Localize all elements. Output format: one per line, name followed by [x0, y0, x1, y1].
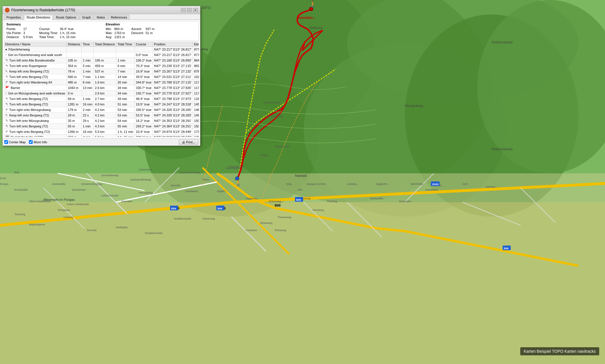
- row-elevation: 1733 m: [193, 129, 199, 135]
- table-row[interactable]: ↑Get on Münzgrubweg and walk northeas 0 …: [4, 91, 199, 96]
- table-row[interactable]: ↖Keep left onto Bergweg (T2) 78 m 1 min …: [4, 69, 199, 74]
- svg-text:Schwimmbergweg: Schwimmbergweg: [81, 183, 102, 185]
- table-row[interactable]: ↱Turn right onto Wanderweg 64 485 m 6 mi…: [4, 80, 199, 85]
- svg-text:Radstadt: Radstadt: [295, 174, 307, 177]
- row-elevation: 1489 m: [193, 107, 199, 113]
- svg-text:Lohbachstraße: Lohbachstraße: [101, 194, 119, 197]
- row-total-time: 1 h, 11 min: [116, 129, 134, 135]
- svg-text:Obere Marktstraße: Obere Marktstraße: [29, 200, 51, 203]
- course-label: Course:: [34, 27, 60, 31]
- row-position: N47° 24.335' E13° 28.283': [153, 113, 193, 118]
- row-elevation: 1185 m: [193, 96, 199, 102]
- table-row[interactable]: ↱Turn right onto Bergweg (T2) 1266 m 16 …: [4, 129, 199, 135]
- table-row[interactable]: ↰Turn left onto Bergweg (T2) 1281 m 16 m…: [4, 102, 199, 107]
- row-distance: 55 m: [67, 124, 82, 129]
- row-name: ↰Turn left onto Bergweg (T2): [4, 124, 67, 129]
- center-map-input[interactable]: [4, 140, 8, 144]
- row-total-distance: 1.6 km: [94, 80, 116, 85]
- svg-text:Roßbrandstraße: Roßbrandstraße: [492, 41, 513, 44]
- svg-text:Bahnhofstr.: Bahnhofstr.: [411, 183, 424, 185]
- row-position: N47° 23.166' E13° 26.850': [153, 58, 193, 63]
- row-elevation: 878 m: [193, 69, 199, 74]
- table-row[interactable]: ↰Turn left onto Bergweg (T2) 560 m 7 min…: [4, 74, 199, 80]
- total-val: 1 h, 15 min: [60, 35, 77, 39]
- row-total-time: [116, 47, 134, 52]
- directions-scroll[interactable]: Directions / Name Distance Time Total Di…: [4, 42, 199, 137]
- row-distance: 0 m: [67, 91, 82, 96]
- table-row[interactable]: ↱Turn right onto Münzgrubweg 179 m 2 min…: [4, 107, 199, 113]
- row-distance: 333 m: [67, 135, 82, 137]
- row-time: 1 min: [82, 124, 94, 129]
- svg-text:Moossallee: Moossallee: [370, 197, 383, 200]
- row-name: 🚩Barrier: [4, 85, 67, 91]
- row-total-distance: 2.7 km: [94, 96, 116, 102]
- table-row[interactable]: ↰Turn left onto Bergweg (T2) 69 m 1 min …: [4, 96, 199, 102]
- row-elevation: 864 m: [193, 58, 199, 63]
- row-elevation: 877 m: [193, 47, 199, 52]
- row-total-time: 1 min: [116, 58, 134, 63]
- table-row[interactable]: ↰Turn left onto Bergweg (T2) 55 m 1 min …: [4, 124, 199, 129]
- svg-text:Herzogsteig: Herzogsteig: [139, 191, 153, 194]
- svg-text:Moossack...: Moossack...: [399, 200, 413, 203]
- svg-text:Marktplatz: Marktplatz: [116, 226, 128, 229]
- svg-text:Birkenweg: Birkenweg: [269, 200, 281, 203]
- svg-text:Münzgrubweg: Münzgrubweg: [405, 104, 423, 107]
- directions-table: Directions / Name Distance Time Total Di…: [4, 42, 199, 137]
- tab-references[interactable]: References: [108, 15, 130, 20]
- svg-text:Hausberg...: Hausberg...: [312, 209, 326, 211]
- moving-label: Moving Time:: [34, 31, 60, 35]
- print-button[interactable]: 🖨 Print...: [179, 140, 198, 145]
- row-elevation: 1175 m: [193, 91, 199, 96]
- row-time: [82, 91, 94, 96]
- maximize-button[interactable]: □: [187, 8, 192, 12]
- row-total-distance: 5.9 km: [94, 135, 116, 137]
- table-row[interactable]: ↖Keep left onto Bergweg (T2) 28 m 22 s 4…: [4, 113, 199, 118]
- minimize-button[interactable]: —: [181, 8, 186, 12]
- ascent-val: 937 m: [145, 27, 156, 31]
- table-row[interactable]: 🚩Barrier 1043 m 13 min 2.6 km 34 min 330…: [4, 85, 199, 91]
- table-row[interactable]: ↑Get on Filzerlehenweg and walk south 0.…: [4, 52, 199, 58]
- row-time: 22 s: [82, 113, 94, 118]
- row-time: 7 min: [82, 74, 94, 80]
- row-time: 1 min: [82, 96, 94, 102]
- close-button[interactable]: ✕: [193, 8, 198, 12]
- tab-properties[interactable]: Properties: [4, 15, 23, 20]
- row-course: 16.2° true: [134, 118, 153, 124]
- row-time: 2 min: [82, 107, 94, 113]
- tab-graph[interactable]: Graph: [80, 15, 94, 20]
- col-header-total-dist: Total Distance: [94, 42, 116, 47]
- row-name: ↰Turn left onto Bergweg (T2): [4, 102, 67, 107]
- tab-route-options[interactable]: Route Options: [53, 15, 79, 20]
- row-position: N47° 23.230' E13° 27.115': [153, 63, 193, 69]
- center-map-checkbox[interactable]: Center Map: [4, 140, 25, 144]
- row-time: 29 s: [82, 118, 94, 124]
- row-name: 🏁Radstädterhütte (1770): [4, 135, 67, 137]
- svg-text:Birkenweg: Birkenweg: [260, 222, 272, 224]
- svg-text:Buchenwec: Buchenwec: [72, 188, 86, 191]
- avg-val: 1321 m: [114, 35, 127, 39]
- row-distance: 560 m: [67, 74, 82, 80]
- table-row[interactable]: ↰Turn left onto Rupertgasse 354 m 5 min …: [4, 63, 199, 69]
- table-row[interactable]: ↰Turn left onto Alte Bundesstraße 105 m …: [4, 58, 199, 63]
- col-header-time: Time: [82, 42, 94, 47]
- row-position: N47° 24.874' E13° 28.449': [153, 129, 193, 135]
- svg-text:Gachwend...: Gachwend...: [185, 190, 200, 193]
- row-total-time: 7 min: [116, 69, 134, 74]
- moving-val: 1 h, 15 min: [60, 31, 77, 35]
- svg-text:B99: B99: [171, 207, 176, 210]
- tab-notes[interactable]: Notes: [94, 15, 108, 20]
- row-time: 6 min: [82, 80, 94, 85]
- row-position: N47° 24.326' E13° 28.265': [153, 107, 193, 113]
- row-name: ↱Turn right onto Wanderweg 64: [4, 80, 67, 85]
- more-info-checkbox[interactable]: More Info: [29, 140, 47, 144]
- table-row[interactable]: 🏁Radstädterhütte (1770) 333 m 4 min 5.9 …: [4, 135, 199, 137]
- points-label: Points:: [6, 27, 23, 31]
- content-area: Summary Points: 17 Course: 36.4° true Vi…: [3, 20, 200, 138]
- table-row[interactable]: ●Filzerlehenweg N47° 23.217' E13° 26.817…: [4, 47, 199, 52]
- tab-route-directions[interactable]: Route Directions: [24, 15, 53, 20]
- row-total-time: 34 min: [116, 91, 134, 96]
- table-row[interactable]: ↰Turn left onto Münzgrubweg 35 m 29 s 4.…: [4, 118, 199, 124]
- tab-bar: Properties Route Directions Route Option…: [3, 14, 200, 20]
- svg-text:Sonnseiterweg: Sonnseiterweg: [101, 174, 119, 177]
- more-info-input[interactable]: [29, 140, 33, 144]
